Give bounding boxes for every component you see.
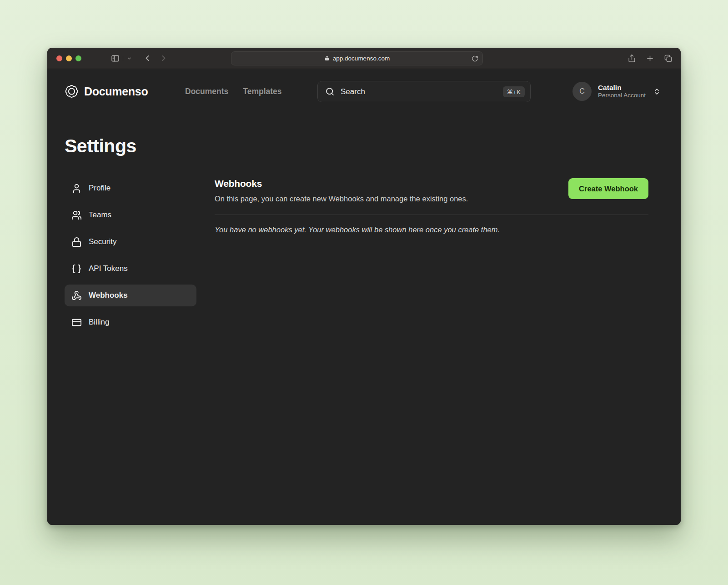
lock-icon xyxy=(71,237,82,247)
credit-card-icon xyxy=(71,317,82,328)
nav-templates[interactable]: Templates xyxy=(243,87,281,96)
forward-button[interactable] xyxy=(159,54,168,63)
search-icon xyxy=(325,87,335,96)
account-text: Catalin Personal Account xyxy=(598,83,646,100)
browser-window: app.documenso.com xyxy=(47,48,681,525)
section-description: On this page, you can create new Webhook… xyxy=(215,195,468,203)
reload-icon[interactable] xyxy=(472,55,478,62)
app-header: Documenso Documents Templates ⌘+K C Cata… xyxy=(47,69,681,115)
address-bar[interactable]: app.documenso.com xyxy=(231,51,483,65)
sidebar-toggle-icon[interactable] xyxy=(110,54,120,63)
chevron-down-icon[interactable] xyxy=(123,56,132,61)
brand-logo[interactable]: Documenso xyxy=(65,85,148,99)
sidebar-item-label: API Tokens xyxy=(89,264,128,273)
sidebar-item-profile[interactable]: Profile xyxy=(65,177,196,199)
create-webhook-button[interactable]: Create Webhook xyxy=(568,178,648,199)
search-input[interactable] xyxy=(341,87,503,96)
zoom-window-button[interactable] xyxy=(75,55,81,61)
close-window-button[interactable] xyxy=(56,55,62,61)
browser-toolbar: app.documenso.com xyxy=(47,48,681,69)
search-shortcut-badge: ⌘+K xyxy=(503,86,525,97)
share-icon[interactable] xyxy=(628,54,636,63)
sidebar-item-webhooks[interactable]: Webhooks xyxy=(65,285,196,306)
new-tab-icon[interactable] xyxy=(646,54,654,63)
tab-overview-icon[interactable] xyxy=(664,54,673,63)
sidebar-item-label: Teams xyxy=(89,210,111,220)
minimize-window-button[interactable] xyxy=(66,55,72,61)
sidebar-item-billing[interactable]: Billing xyxy=(65,311,196,333)
back-button[interactable] xyxy=(143,54,152,63)
sidebar-item-api-tokens[interactable]: API Tokens xyxy=(65,258,196,280)
sidebar-item-security[interactable]: Security xyxy=(65,231,196,253)
brand-name: Documenso xyxy=(84,85,148,98)
sidebar-item-teams[interactable]: Teams xyxy=(65,204,196,226)
webhook-icon xyxy=(71,290,82,301)
traffic-lights xyxy=(56,55,81,61)
divider xyxy=(215,215,648,215)
chevrons-up-down-icon xyxy=(653,88,661,95)
url-text: app.documenso.com xyxy=(333,55,390,62)
empty-state-text: You have no webhooks yet. Your webhooks … xyxy=(215,225,648,234)
page-title: Settings xyxy=(65,135,648,157)
sidebar-item-label: Billing xyxy=(89,318,109,327)
webhooks-panel: Webhooks On this page, you can create ne… xyxy=(215,177,648,333)
account-name: Catalin xyxy=(598,83,646,92)
users-icon xyxy=(71,210,82,220)
search-bar[interactable]: ⌘+K xyxy=(317,81,531,102)
braces-icon xyxy=(71,264,82,274)
account-type: Personal Account xyxy=(598,92,646,100)
nav-documents[interactable]: Documents xyxy=(185,87,228,96)
sidebar-item-label: Profile xyxy=(89,184,110,193)
sidebar-item-label: Security xyxy=(89,237,116,246)
sidebar-item-label: Webhooks xyxy=(89,291,128,300)
settings-sidebar: Profile Teams Security xyxy=(65,177,196,333)
user-icon xyxy=(71,183,82,194)
main-nav: Documents Templates xyxy=(185,87,282,96)
app-content: Documenso Documents Templates ⌘+K C Cata… xyxy=(47,69,681,525)
lock-icon xyxy=(324,55,330,61)
account-menu[interactable]: C Catalin Personal Account xyxy=(572,82,661,101)
section-heading: Webhooks xyxy=(215,178,468,189)
avatar: C xyxy=(572,82,592,101)
documenso-logo-icon xyxy=(65,85,79,99)
settings-page: Settings Profile Teams xyxy=(47,135,681,333)
